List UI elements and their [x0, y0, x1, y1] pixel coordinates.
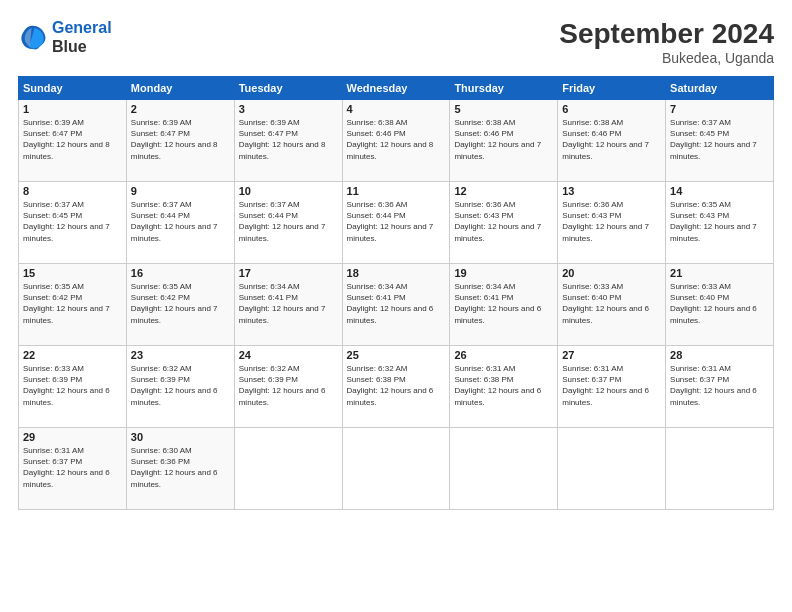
calendar-cell	[450, 428, 558, 510]
title-block: September 2024 Bukedea, Uganda	[559, 18, 774, 66]
day-info: Sunrise: 6:37 AMSunset: 6:45 PMDaylight:…	[670, 117, 769, 162]
day-number: 14	[670, 185, 769, 197]
logo-icon	[18, 22, 48, 52]
day-number: 5	[454, 103, 553, 115]
calendar-cell: 24Sunrise: 6:32 AMSunset: 6:39 PMDayligh…	[234, 346, 342, 428]
logo-line2: Blue	[52, 37, 112, 56]
calendar-week-2: 8Sunrise: 6:37 AMSunset: 6:45 PMDaylight…	[19, 182, 774, 264]
day-info: Sunrise: 6:37 AMSunset: 6:44 PMDaylight:…	[239, 199, 338, 244]
day-number: 21	[670, 267, 769, 279]
day-number: 7	[670, 103, 769, 115]
calendar-cell	[558, 428, 666, 510]
day-number: 18	[347, 267, 446, 279]
calendar-cell: 23Sunrise: 6:32 AMSunset: 6:39 PMDayligh…	[126, 346, 234, 428]
calendar-cell: 9Sunrise: 6:37 AMSunset: 6:44 PMDaylight…	[126, 182, 234, 264]
day-number: 30	[131, 431, 230, 443]
day-number: 15	[23, 267, 122, 279]
day-number: 23	[131, 349, 230, 361]
calendar-cell: 18Sunrise: 6:34 AMSunset: 6:41 PMDayligh…	[342, 264, 450, 346]
weekday-header-sunday: Sunday	[19, 77, 127, 100]
day-info: Sunrise: 6:39 AMSunset: 6:47 PMDaylight:…	[131, 117, 230, 162]
day-info: Sunrise: 6:33 AMSunset: 6:39 PMDaylight:…	[23, 363, 122, 408]
weekday-header-wednesday: Wednesday	[342, 77, 450, 100]
day-info: Sunrise: 6:30 AMSunset: 6:36 PMDaylight:…	[131, 445, 230, 490]
calendar-cell	[342, 428, 450, 510]
day-info: Sunrise: 6:39 AMSunset: 6:47 PMDaylight:…	[239, 117, 338, 162]
calendar-cell: 22Sunrise: 6:33 AMSunset: 6:39 PMDayligh…	[19, 346, 127, 428]
day-info: Sunrise: 6:33 AMSunset: 6:40 PMDaylight:…	[562, 281, 661, 326]
day-number: 28	[670, 349, 769, 361]
calendar-cell: 1Sunrise: 6:39 AMSunset: 6:47 PMDaylight…	[19, 100, 127, 182]
calendar-cell: 16Sunrise: 6:35 AMSunset: 6:42 PMDayligh…	[126, 264, 234, 346]
day-info: Sunrise: 6:32 AMSunset: 6:39 PMDaylight:…	[239, 363, 338, 408]
day-info: Sunrise: 6:31 AMSunset: 6:37 PMDaylight:…	[670, 363, 769, 408]
day-info: Sunrise: 6:34 AMSunset: 6:41 PMDaylight:…	[239, 281, 338, 326]
day-info: Sunrise: 6:36 AMSunset: 6:43 PMDaylight:…	[454, 199, 553, 244]
calendar-week-3: 15Sunrise: 6:35 AMSunset: 6:42 PMDayligh…	[19, 264, 774, 346]
calendar-cell: 15Sunrise: 6:35 AMSunset: 6:42 PMDayligh…	[19, 264, 127, 346]
day-number: 27	[562, 349, 661, 361]
calendar-cell: 5Sunrise: 6:38 AMSunset: 6:46 PMDaylight…	[450, 100, 558, 182]
header: General Blue September 2024 Bukedea, Uga…	[18, 18, 774, 66]
weekday-header-friday: Friday	[558, 77, 666, 100]
day-info: Sunrise: 6:31 AMSunset: 6:37 PMDaylight:…	[562, 363, 661, 408]
calendar-cell: 6Sunrise: 6:38 AMSunset: 6:46 PMDaylight…	[558, 100, 666, 182]
calendar-cell: 30Sunrise: 6:30 AMSunset: 6:36 PMDayligh…	[126, 428, 234, 510]
calendar-cell: 7Sunrise: 6:37 AMSunset: 6:45 PMDaylight…	[666, 100, 774, 182]
logo-text: General Blue	[52, 18, 112, 56]
weekday-header-thursday: Thursday	[450, 77, 558, 100]
weekday-header-saturday: Saturday	[666, 77, 774, 100]
calendar-week-1: 1Sunrise: 6:39 AMSunset: 6:47 PMDaylight…	[19, 100, 774, 182]
day-number: 22	[23, 349, 122, 361]
day-number: 1	[23, 103, 122, 115]
calendar-header: SundayMondayTuesdayWednesdayThursdayFrid…	[19, 77, 774, 100]
day-info: Sunrise: 6:31 AMSunset: 6:38 PMDaylight:…	[454, 363, 553, 408]
day-number: 25	[347, 349, 446, 361]
day-number: 6	[562, 103, 661, 115]
main-title: September 2024	[559, 18, 774, 50]
day-info: Sunrise: 6:32 AMSunset: 6:39 PMDaylight:…	[131, 363, 230, 408]
day-info: Sunrise: 6:36 AMSunset: 6:44 PMDaylight:…	[347, 199, 446, 244]
day-number: 2	[131, 103, 230, 115]
day-number: 29	[23, 431, 122, 443]
day-info: Sunrise: 6:37 AMSunset: 6:45 PMDaylight:…	[23, 199, 122, 244]
logo-line1: General	[52, 19, 112, 36]
day-number: 17	[239, 267, 338, 279]
day-number: 11	[347, 185, 446, 197]
calendar-cell: 21Sunrise: 6:33 AMSunset: 6:40 PMDayligh…	[666, 264, 774, 346]
day-number: 26	[454, 349, 553, 361]
day-number: 8	[23, 185, 122, 197]
calendar-cell: 2Sunrise: 6:39 AMSunset: 6:47 PMDaylight…	[126, 100, 234, 182]
day-number: 10	[239, 185, 338, 197]
day-info: Sunrise: 6:32 AMSunset: 6:38 PMDaylight:…	[347, 363, 446, 408]
calendar-cell: 4Sunrise: 6:38 AMSunset: 6:46 PMDaylight…	[342, 100, 450, 182]
day-info: Sunrise: 6:35 AMSunset: 6:42 PMDaylight:…	[23, 281, 122, 326]
day-number: 12	[454, 185, 553, 197]
day-info: Sunrise: 6:36 AMSunset: 6:43 PMDaylight:…	[562, 199, 661, 244]
calendar-cell: 19Sunrise: 6:34 AMSunset: 6:41 PMDayligh…	[450, 264, 558, 346]
calendar-week-5: 29Sunrise: 6:31 AMSunset: 6:37 PMDayligh…	[19, 428, 774, 510]
calendar-cell: 20Sunrise: 6:33 AMSunset: 6:40 PMDayligh…	[558, 264, 666, 346]
day-number: 4	[347, 103, 446, 115]
day-info: Sunrise: 6:38 AMSunset: 6:46 PMDaylight:…	[562, 117, 661, 162]
day-info: Sunrise: 6:31 AMSunset: 6:37 PMDaylight:…	[23, 445, 122, 490]
calendar-cell: 26Sunrise: 6:31 AMSunset: 6:38 PMDayligh…	[450, 346, 558, 428]
weekday-header-tuesday: Tuesday	[234, 77, 342, 100]
calendar-body: 1Sunrise: 6:39 AMSunset: 6:47 PMDaylight…	[19, 100, 774, 510]
calendar-cell	[666, 428, 774, 510]
day-number: 16	[131, 267, 230, 279]
day-info: Sunrise: 6:37 AMSunset: 6:44 PMDaylight:…	[131, 199, 230, 244]
day-info: Sunrise: 6:35 AMSunset: 6:43 PMDaylight:…	[670, 199, 769, 244]
calendar-cell: 11Sunrise: 6:36 AMSunset: 6:44 PMDayligh…	[342, 182, 450, 264]
calendar-cell	[234, 428, 342, 510]
day-info: Sunrise: 6:34 AMSunset: 6:41 PMDaylight:…	[454, 281, 553, 326]
day-info: Sunrise: 6:39 AMSunset: 6:47 PMDaylight:…	[23, 117, 122, 162]
calendar-week-4: 22Sunrise: 6:33 AMSunset: 6:39 PMDayligh…	[19, 346, 774, 428]
calendar-cell: 29Sunrise: 6:31 AMSunset: 6:37 PMDayligh…	[19, 428, 127, 510]
calendar: SundayMondayTuesdayWednesdayThursdayFrid…	[18, 76, 774, 510]
day-info: Sunrise: 6:33 AMSunset: 6:40 PMDaylight:…	[670, 281, 769, 326]
calendar-cell: 28Sunrise: 6:31 AMSunset: 6:37 PMDayligh…	[666, 346, 774, 428]
weekday-header-row: SundayMondayTuesdayWednesdayThursdayFrid…	[19, 77, 774, 100]
logo: General Blue	[18, 18, 112, 56]
calendar-cell: 17Sunrise: 6:34 AMSunset: 6:41 PMDayligh…	[234, 264, 342, 346]
